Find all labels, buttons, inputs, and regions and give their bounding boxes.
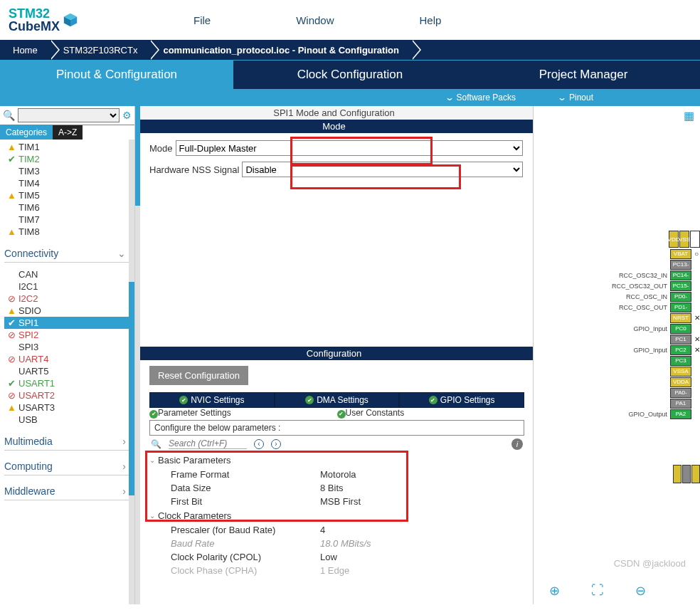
param-group-clock[interactable]: ⌄Clock Parameters bbox=[149, 508, 524, 523]
pin-side[interactable] bbox=[682, 465, 691, 483]
forbidden-icon: ⊘ bbox=[7, 354, 16, 364]
warning-icon: ▲ bbox=[7, 142, 16, 152]
tree-item-tim1[interactable]: ▲TIM1 bbox=[4, 141, 134, 153]
pin-pc15[interactable]: PC15- bbox=[670, 281, 691, 291]
chip-pinout[interactable]: VDD VSS VBAT○ PC13- RCC_OSC32_INPC14- RC… bbox=[612, 231, 700, 419]
pin-pc0[interactable]: PC0 bbox=[670, 324, 691, 334]
zoom-in-icon[interactable]: ⊕ bbox=[549, 583, 560, 599]
tree-item-usart3[interactable]: ▲USART3 bbox=[4, 401, 134, 414]
tab-clock[interactable]: Clock Configuration bbox=[233, 61, 467, 89]
tab-pinout[interactable]: Pinout & Configuration bbox=[0, 61, 233, 89]
tree-item-spi1[interactable]: ✔SPI1 bbox=[4, 317, 134, 329]
mode-select[interactable]: Full-Duplex Master bbox=[176, 140, 523, 156]
pin-pc2[interactable]: PC2 bbox=[670, 345, 691, 355]
nss-select[interactable]: Disable bbox=[242, 162, 523, 177]
pin-vssa[interactable]: VSSA bbox=[670, 367, 691, 377]
param-cpha[interactable]: Clock Phase (CPHA)1 Edge bbox=[149, 564, 524, 577]
scrollbar[interactable] bbox=[129, 140, 134, 604]
tree-item-usart1[interactable]: ✔USART1 bbox=[4, 377, 134, 389]
tree-item-spi3[interactable]: SPI3 bbox=[4, 341, 134, 353]
reset-configuration-button[interactable]: Reset Configuration bbox=[149, 366, 248, 385]
next-result-icon[interactable]: › bbox=[271, 439, 281, 449]
tree-item-spi2[interactable]: ⊘SPI2 bbox=[4, 329, 134, 341]
menu-window[interactable]: Window bbox=[296, 14, 334, 26]
prev-result-icon[interactable]: ‹ bbox=[254, 439, 264, 449]
chevron-down-icon: ⌄ bbox=[117, 248, 126, 259]
tree-item-tim6[interactable]: TIM6 bbox=[4, 201, 134, 214]
pin-blank[interactable] bbox=[690, 231, 700, 248]
search-icon: 🔍 bbox=[3, 110, 15, 121]
chip-icon[interactable]: ▦ bbox=[684, 109, 694, 122]
info-icon[interactable]: i bbox=[511, 438, 523, 450]
menu-file[interactable]: File bbox=[193, 14, 211, 26]
tree-group-multimedia[interactable]: Multimedia› bbox=[4, 430, 129, 451]
breadcrumb: Home STM32F103RCTx communication_protoco… bbox=[0, 40, 700, 60]
tree-group-connectivity[interactable]: Connectivity⌄ bbox=[4, 242, 129, 263]
pin-pd1[interactable]: PD1- bbox=[670, 303, 691, 312]
chevron-down-icon: ⌄ bbox=[149, 512, 155, 520]
pinout-dropdown[interactable]: ⌄Pinout bbox=[537, 93, 615, 102]
tab-project-manager[interactable]: Project Manager bbox=[467, 61, 700, 89]
tree-item-i2c2[interactable]: ⊘I2C2 bbox=[4, 293, 134, 305]
tab-gpio-settings[interactable]: ✔GPIO Settings bbox=[399, 392, 524, 408]
watermark: CSDN @jacklood bbox=[614, 558, 686, 569]
fullscreen-icon[interactable]: ⛶ bbox=[591, 583, 604, 599]
pin-pa0[interactable]: PA0- bbox=[670, 388, 691, 398]
param-search-input[interactable] bbox=[169, 438, 247, 449]
crumb-device[interactable]: STM32F103RCTx bbox=[51, 40, 151, 60]
param-cpol[interactable]: Clock Polarity (CPOL)Low bbox=[149, 550, 524, 564]
tree-item-usart2[interactable]: ⊘USART2 bbox=[4, 389, 134, 401]
tree-item-tim3[interactable]: TIM3 bbox=[4, 165, 134, 177]
crumb-project[interactable]: communication_protocol.ioc - Pinout & Co… bbox=[150, 40, 412, 60]
pin-pa1[interactable]: PA1 bbox=[670, 399, 691, 409]
pin-pc1[interactable]: PC1 bbox=[670, 335, 691, 345]
tree-item-can[interactable]: CAN bbox=[4, 268, 134, 280]
param-group-basic[interactable]: ⌄Basic Parameters bbox=[149, 453, 524, 468]
tree-item-tim4[interactable]: TIM4 bbox=[4, 177, 134, 189]
check-icon: ✔ bbox=[337, 410, 346, 419]
tree-item-tim8[interactable]: ▲TIM8 bbox=[4, 226, 134, 238]
tree-item-i2c1[interactable]: I2C1 bbox=[4, 280, 134, 293]
tab-nvic-settings[interactable]: ✔NVIC Settings bbox=[149, 392, 275, 408]
tab-az[interactable]: A->Z bbox=[53, 125, 83, 140]
pin-pa3[interactable] bbox=[673, 465, 682, 483]
tree-item-usb[interactable]: USB bbox=[4, 414, 134, 426]
pin-vbat[interactable]: VBAT bbox=[670, 249, 691, 259]
tree-item-uart4[interactable]: ⊘UART4 bbox=[4, 353, 134, 365]
crumb-home[interactable]: Home bbox=[0, 40, 51, 60]
pin-pc3[interactable]: PC3 bbox=[670, 356, 691, 366]
tree-item-tim5[interactable]: ▲TIM5 bbox=[4, 189, 134, 201]
param-first-bit[interactable]: First BitMSB First bbox=[149, 495, 524, 508]
gear-icon[interactable]: ⚙ bbox=[122, 110, 132, 121]
pin-vdda[interactable]: VDDA bbox=[670, 377, 691, 387]
check-icon: ✔ bbox=[429, 396, 438, 404]
param-frame-format[interactable]: Frame FormatMotorola bbox=[149, 468, 524, 481]
param-data-size[interactable]: Data Size8 Bits bbox=[149, 481, 524, 495]
tab-dma-settings[interactable]: ✔DMA Settings bbox=[275, 392, 400, 408]
tree-group-middleware[interactable]: Middleware› bbox=[4, 480, 129, 500]
pin-pc14[interactable]: PC14- bbox=[670, 270, 691, 280]
tab-categories[interactable]: Categories bbox=[0, 125, 53, 140]
configure-hint: Configure the below parameters : bbox=[149, 420, 524, 436]
tree-group-computing[interactable]: Computing› bbox=[4, 455, 129, 475]
pin-pd0[interactable]: PD0- bbox=[670, 292, 691, 302]
pin-vdd[interactable]: VDD bbox=[669, 231, 679, 248]
tree-item-uart5[interactable]: UART5 bbox=[4, 365, 134, 377]
pin-nrst[interactable]: NRST bbox=[670, 313, 691, 323]
tree-item-tim2[interactable]: ✔TIM2 bbox=[4, 153, 134, 165]
pin-pc13[interactable]: PC13- bbox=[670, 260, 691, 270]
pin-vss[interactable]: VSS bbox=[679, 231, 689, 248]
search-input[interactable] bbox=[18, 108, 120, 122]
tree-item-tim7[interactable]: TIM7 bbox=[4, 214, 134, 226]
pin-pa2[interactable]: PA2 bbox=[670, 409, 691, 419]
zoom-out-icon[interactable]: ⊖ bbox=[635, 583, 646, 599]
tree-item-sdio[interactable]: ▲SDIO bbox=[4, 305, 134, 317]
check-icon: ✔ bbox=[7, 378, 16, 389]
forbidden-icon: ⊘ bbox=[7, 293, 16, 304]
tab-user-constants[interactable]: ✔User Constants bbox=[337, 408, 525, 419]
software-packs-dropdown[interactable]: ⌄Software Packs bbox=[425, 93, 537, 102]
tab-parameter-settings[interactable]: ✔Parameter Settings bbox=[149, 408, 337, 419]
param-prescaler[interactable]: Prescaler (for Baud Rate)4 bbox=[149, 523, 524, 537]
pin-side[interactable] bbox=[691, 465, 700, 483]
menu-help[interactable]: Help bbox=[420, 14, 442, 26]
